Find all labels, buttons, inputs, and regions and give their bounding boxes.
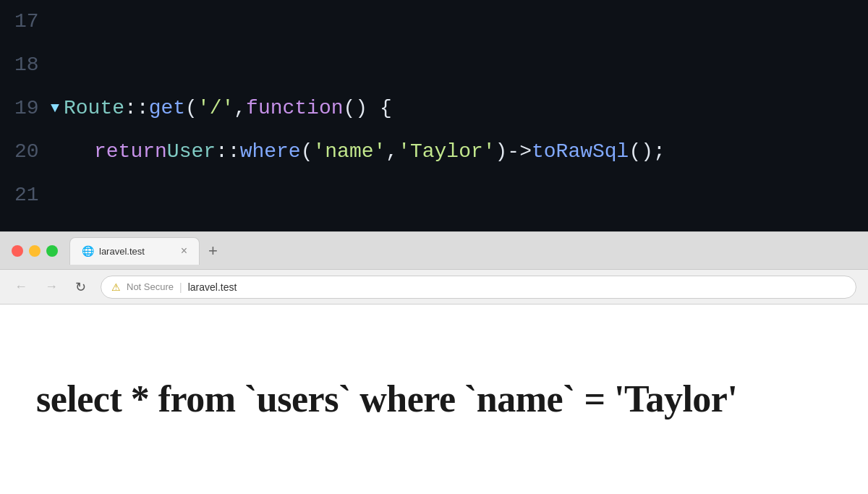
back-button[interactable]: ← — [12, 276, 30, 297]
close-button-traffic-light[interactable] — [12, 245, 23, 257]
line-20-content: return User::where('name', 'Taylor')->to… — [94, 130, 665, 174]
tab-close-button[interactable]: × — [181, 244, 187, 257]
browser-title-bar: 🌐 laravel.test × + — [0, 232, 868, 270]
line-number-18: 18 — [14, 43, 51, 87]
token-where: where — [240, 130, 301, 174]
sql-output: select * from `users` where `name` = 'Ta… — [36, 377, 737, 422]
collapse-arrow-icon: ▼ — [51, 87, 59, 130]
minimize-button-traffic-light[interactable] — [29, 245, 41, 257]
line-19-content: Route::get('/', function () { — [64, 87, 392, 130]
code-line-18: 18 — [0, 43, 868, 87]
not-secure-text: Not Secure — [127, 281, 174, 292]
code-editor: 17 18 19 ▼ Route::get('/', function () {… — [0, 0, 868, 231]
line-number-21: 21 — [14, 174, 51, 217]
code-line-19: 19 ▼ Route::get('/', function () { — [0, 87, 868, 130]
reload-button[interactable]: ↻ — [72, 276, 89, 298]
token-slash: '/' — [197, 87, 234, 130]
token-return: return — [94, 130, 167, 174]
token-function: function — [246, 87, 343, 130]
address-field[interactable]: ⚠ Not Secure | laravel.test — [101, 276, 856, 299]
token-name: 'name' — [312, 130, 386, 174]
address-url: laravel.test — [188, 281, 237, 293]
tab-favicon-icon: 🌐 — [82, 245, 93, 257]
token-user: User — [167, 130, 216, 174]
address-divider: | — [179, 281, 182, 293]
code-line-20: 20 return User::where('name', 'Taylor')-… — [0, 130, 868, 174]
maximize-button-traffic-light[interactable] — [46, 245, 58, 257]
forward-button[interactable]: → — [42, 276, 61, 297]
browser-tabs: 🌐 laravel.test × + — [69, 237, 856, 265]
code-line-21: 21 — [0, 174, 868, 217]
line-number-20: 20 — [14, 130, 51, 174]
browser-address-bar: ← → ↻ ⚠ Not Secure | laravel.test — [0, 270, 868, 305]
tab-title: laravel.test — [99, 246, 175, 257]
token-taylor: 'Taylor' — [398, 130, 495, 174]
new-tab-button[interactable]: + — [200, 243, 226, 259]
token-get: get — [149, 87, 185, 130]
browser-window: 🌐 laravel.test × + ← → ↻ ⚠ Not Secure | … — [0, 231, 868, 494]
not-secure-icon: ⚠ — [111, 281, 121, 293]
token-torawsql: toRawSql — [532, 130, 629, 174]
code-line-17: 17 — [0, 0, 868, 43]
line-number-19: 19 — [14, 87, 51, 130]
browser-content: select * from `users` where `name` = 'Ta… — [0, 305, 868, 494]
active-tab[interactable]: 🌐 laravel.test × — [69, 237, 200, 265]
traffic-lights — [12, 245, 58, 257]
token-route: Route — [64, 87, 124, 130]
line-number-17: 17 — [14, 0, 51, 43]
